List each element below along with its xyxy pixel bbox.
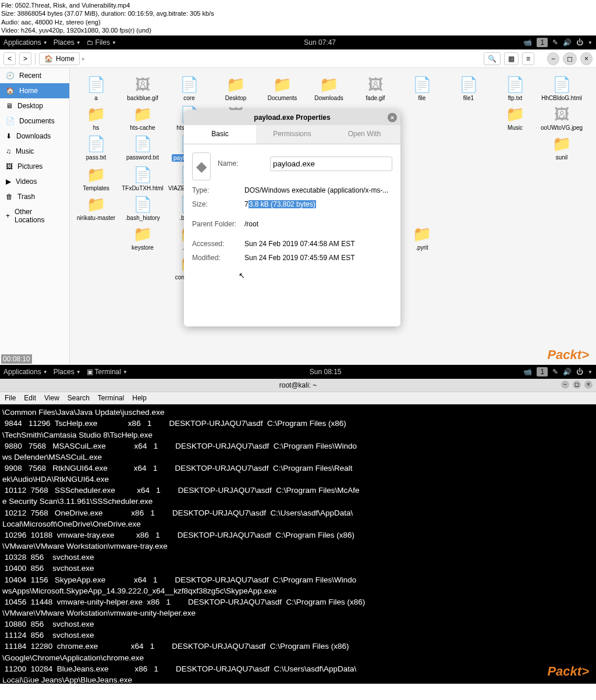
- file-Music[interactable]: 📁Music: [495, 104, 535, 131]
- tool-icon[interactable]: ✎: [552, 38, 558, 47]
- power-icon-2[interactable]: ⏻: [576, 368, 583, 376]
- type-value: DOS/Windows executable (application/x-ms…: [244, 186, 392, 194]
- volume-icon-2[interactable]: 🔊: [563, 368, 572, 376]
- view-grid-button[interactable]: ▦: [504, 52, 519, 65]
- terminal-window: root@kali: ~ − ◻ × FileEditViewSearchTer…: [0, 379, 596, 684]
- applications-menu[interactable]: Applications▼: [3, 38, 48, 47]
- tab-basic[interactable]: Basic: [184, 125, 256, 144]
- close-button[interactable]: ×: [580, 52, 593, 65]
- name-input[interactable]: [270, 157, 392, 171]
- sidebar-item-pictures[interactable]: 🖼Pictures: [0, 159, 69, 174]
- term-min-button[interactable]: −: [561, 381, 569, 389]
- timestamp-1: 00:08:10: [1, 354, 32, 364]
- sidebar-item-documents[interactable]: 📄Documents: [0, 113, 69, 129]
- sidebar-item-recent[interactable]: 🕘Recent: [0, 68, 69, 83]
- clock[interactable]: Sun 07:47: [116, 38, 524, 47]
- clock-2[interactable]: Sun 08:15: [127, 368, 524, 376]
- power-icon[interactable]: ⏻: [576, 38, 583, 47]
- file--bash-history[interactable]: 📄.bash_history: [122, 194, 163, 221]
- file-nirikatu-master[interactable]: 📁nirikatu-master: [76, 194, 116, 221]
- system-menu-2[interactable]: ▼: [588, 369, 593, 375]
- file-Documents[interactable]: 📁Documents: [262, 74, 303, 101]
- term-menu-terminal[interactable]: Terminal: [98, 394, 124, 402]
- file-hts-cache[interactable]: 📁hts-cache: [122, 104, 163, 131]
- system-menu[interactable]: ▼: [588, 40, 593, 45]
- desktop-2: Applications▼ Places▼ ▣ Terminal▼ Sun 08…: [0, 365, 596, 684]
- record-icon[interactable]: 📹: [523, 38, 532, 47]
- sidebar-item-home[interactable]: 🏠Home: [0, 83, 69, 98]
- file-hs[interactable]: 📁hs: [76, 104, 116, 131]
- file-TFxDuTXH-html[interactable]: 📄TFxDuTXH.html: [122, 164, 163, 191]
- media-size: Size: 38868054 bytes (37.07 MiB), durati…: [1, 9, 595, 17]
- file-keystore[interactable]: 📁keystore: [122, 223, 163, 251]
- file--pyrit[interactable]: 📁.pyrit: [402, 223, 442, 251]
- term-menu-file[interactable]: File: [5, 394, 16, 402]
- sidebar-item-music[interactable]: ♫Music: [0, 144, 69, 159]
- file-file[interactable]: 📄file: [402, 74, 442, 101]
- file-backblue-gif[interactable]: 🖼backblue.gif: [122, 74, 163, 101]
- hamburger-button[interactable]: ≡: [522, 52, 534, 65]
- file-HhCBldoG-html[interactable]: 📄HhCBldoG.html: [541, 74, 582, 101]
- file-file1[interactable]: 📄file1: [448, 74, 489, 101]
- term-max-button[interactable]: ◻: [573, 381, 581, 389]
- file-ftp-txt[interactable]: 📄ftp.txt: [495, 74, 535, 101]
- chevron-right-icon: ▸: [82, 55, 85, 62]
- file-pass-txt[interactable]: 📄pass.txt: [76, 133, 116, 162]
- size-value: 73.8 kB (73,802 bytes): [244, 200, 392, 208]
- tab-openwith[interactable]: Open With: [328, 125, 400, 144]
- watermark-2: Packt>: [547, 662, 589, 680]
- file-core[interactable]: 📄core: [169, 74, 210, 101]
- breadcrumb-home[interactable]: 🏠 Home: [39, 52, 80, 65]
- volume-icon[interactable]: 🔊: [563, 38, 572, 47]
- forward-button[interactable]: >: [19, 52, 31, 65]
- sidebar-item-desktop[interactable]: 🖥Desktop: [0, 98, 69, 113]
- sidebar-item-videos[interactable]: ▶Videos: [0, 174, 69, 189]
- file-a[interactable]: 📄a: [76, 74, 116, 101]
- fm-toolbar: < > 🏠 Home ▸ 🔍 ▦ ≡ − ◻ ×: [0, 49, 596, 68]
- term-close-button[interactable]: ×: [584, 381, 593, 389]
- workspace-badge[interactable]: 1: [537, 38, 548, 47]
- terminal-titlebar[interactable]: root@kali: ~ − ◻ ×: [0, 379, 596, 392]
- term-menu-edit[interactable]: Edit: [24, 394, 36, 402]
- cursor-icon: ↖: [239, 271, 439, 280]
- dialog-close-button[interactable]: ×: [388, 113, 397, 122]
- terminal-title: root@kali: ~: [279, 381, 317, 389]
- name-label: Name:: [218, 159, 270, 168]
- media-video: Video: h264, yuv420p, 1920x1080, 30.00 f…: [1, 26, 595, 34]
- file-sunil[interactable]: 📁sunil: [541, 133, 582, 162]
- record-icon-2[interactable]: 📹: [523, 368, 532, 376]
- sidebar-item-downloads[interactable]: ⬇Downloads: [0, 129, 69, 144]
- files-menu[interactable]: 🗀 Files▼: [87, 38, 116, 47]
- places-menu-2[interactable]: Places▼: [54, 368, 81, 376]
- tab-permissions[interactable]: Permissions: [256, 125, 328, 144]
- modified-value: Sun 24 Feb 2019 07:45:59 AM EST: [244, 254, 392, 262]
- file-fade-gif[interactable]: 🖼fade.gif: [355, 74, 396, 101]
- file-icon: ◆: [192, 152, 211, 180]
- maximize-button[interactable]: ◻: [563, 52, 577, 65]
- back-button[interactable]: <: [3, 52, 16, 65]
- applications-menu-2[interactable]: Applications▼: [3, 368, 48, 376]
- file-ooUWtoVG-jpeg[interactable]: 🖼ooUWtoVG.jpeg: [541, 104, 582, 131]
- dialog-title: payload.exe Properties: [254, 113, 330, 122]
- accessed-label: Accessed:: [192, 240, 244, 248]
- dialog-titlebar[interactable]: payload.exe Properties ×: [184, 110, 400, 125]
- file-Templates[interactable]: 📁Templates: [76, 164, 116, 191]
- workspace-badge-2[interactable]: 1: [537, 367, 548, 376]
- file-Downloads[interactable]: 📁Downloads: [308, 74, 349, 101]
- terminal-output[interactable]: \Common Files\Java\Java Update\jusched.e…: [0, 404, 596, 684]
- gnome-topbar-2: Applications▼ Places▼ ▣ Terminal▼ Sun 08…: [0, 365, 596, 379]
- places-menu[interactable]: Places▼: [54, 38, 81, 47]
- minimize-button[interactable]: −: [547, 52, 559, 65]
- file-password-txt[interactable]: 📄password.txt: [122, 133, 163, 162]
- terminal-menu[interactable]: ▣ Terminal▼: [87, 368, 127, 376]
- file-Desktop[interactable]: 📁Desktop: [215, 74, 256, 101]
- term-menu-view[interactable]: View: [44, 394, 59, 402]
- sidebar-item-other-locations[interactable]: +Other Locations: [0, 204, 69, 228]
- sidebar: 🕘Recent🏠Home🖥Desktop📄Documents⬇Downloads…: [0, 68, 70, 365]
- tool-icon-2[interactable]: ✎: [552, 368, 558, 376]
- search-button[interactable]: 🔍: [484, 52, 501, 65]
- media-file: File: 0502.Threat, Risk, and Vulnerabili…: [1, 1, 595, 9]
- sidebar-item-trash[interactable]: 🗑Trash: [0, 189, 69, 204]
- term-menu-help[interactable]: Help: [132, 394, 147, 402]
- term-menu-search[interactable]: Search: [68, 394, 90, 402]
